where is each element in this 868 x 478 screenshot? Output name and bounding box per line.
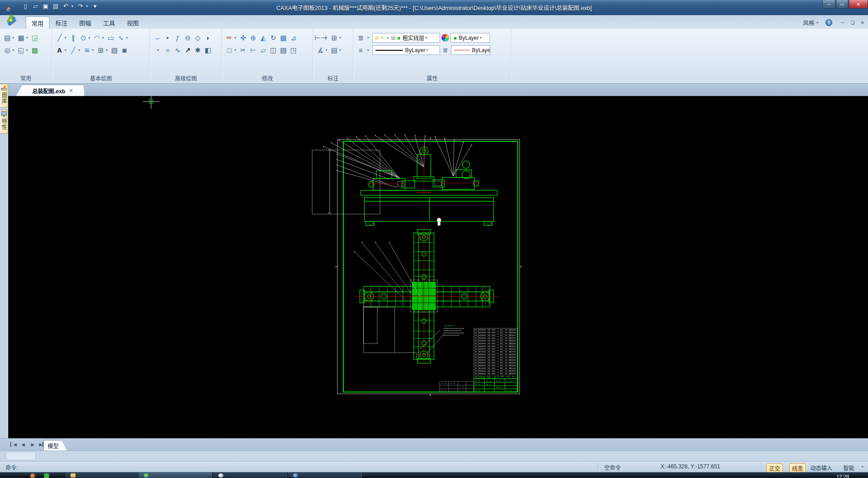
trim-icon[interactable]: ✂ bbox=[238, 45, 248, 55]
copy-icon[interactable]: ▦ bbox=[16, 33, 26, 43]
linetype-select[interactable]: ByLayer ▾ bbox=[372, 45, 440, 55]
dropdown-arrow-icon[interactable]: ▾ bbox=[367, 48, 371, 52]
taskbar-clock[interactable]: 12:28 bbox=[836, 474, 849, 478]
dropdown-arrow-icon[interactable]: ▾ bbox=[26, 36, 30, 40]
doc-close-icon[interactable]: ✕ bbox=[858, 19, 867, 26]
text-icon[interactable]: A bbox=[54, 45, 65, 55]
tab-tufu[interactable]: 图幅 bbox=[73, 16, 97, 29]
dimension-icon[interactable]: ⊢⊣ bbox=[315, 33, 326, 43]
command-history-strip[interactable]: ⋮⋮ bbox=[0, 451, 868, 461]
dropdown-arrow-icon[interactable]: ▾ bbox=[816, 21, 820, 25]
dropdown-arrow-icon[interactable]: ▾ bbox=[326, 36, 329, 40]
dropdown-arrow-icon[interactable]: ▾ bbox=[106, 48, 109, 52]
style-button[interactable]: 风格 bbox=[803, 18, 814, 27]
close-button[interactable]: ✕ bbox=[849, 0, 868, 9]
arrow-icon[interactable]: ↗ bbox=[183, 45, 193, 55]
tab-changyong[interactable]: 常用 bbox=[26, 16, 49, 29]
explode-icon[interactable]: ▧ bbox=[278, 45, 288, 55]
dropdown-arrow-icon[interactable]: ▾ bbox=[339, 48, 343, 52]
dropdown-arrow-icon[interactable]: ▾ bbox=[92, 48, 96, 52]
dropdown-arrow-icon[interactable]: ▾ bbox=[102, 36, 106, 40]
dropdown-arrow-icon[interactable]: ▾ bbox=[326, 48, 329, 52]
ellipse-icon[interactable]: ⊖ bbox=[183, 33, 193, 43]
layer-select[interactable]: ◍ ✶ ▪ ▤ ■ 粗实线层 ▾ bbox=[372, 33, 440, 43]
break-icon[interactable]: ◫ bbox=[268, 45, 278, 55]
doc-restore-icon[interactable]: ❏ bbox=[848, 19, 857, 26]
taskbar-pinned-browser-icon[interactable] bbox=[30, 473, 35, 478]
lineweight-select[interactable]: ByLayer ▾ bbox=[451, 45, 490, 55]
taskbar-button-folder[interactable] bbox=[65, 473, 138, 478]
lineweight-list-icon[interactable]: ≣ bbox=[441, 45, 450, 55]
sidebar-tab-properties[interactable]: 特性 bbox=[0, 110, 8, 134]
toggle-smart-snap[interactable]: 智能 bbox=[842, 463, 855, 472]
taskbar-button-caxa[interactable] bbox=[138, 473, 212, 478]
caxa-logo[interactable] bbox=[3, 12, 19, 28]
dropdown-arrow-icon[interactable]: ▾ bbox=[862, 465, 865, 469]
line-icon[interactable]: ╱ bbox=[54, 33, 65, 43]
color-picker-icon[interactable] bbox=[441, 34, 449, 42]
layer-settings-icon[interactable]: ≣ bbox=[356, 33, 366, 43]
dropdown-arrow-icon[interactable]: ▾ bbox=[65, 48, 68, 52]
tab-biaozhu[interactable]: 标注 bbox=[49, 16, 73, 29]
zoom-icon[interactable]: ◎ bbox=[2, 45, 12, 55]
tangent-arc-icon[interactable]: ◗ bbox=[203, 33, 213, 43]
pan-view-icon[interactable]: ◱ bbox=[16, 45, 26, 55]
tab-shitu[interactable]: 视图 bbox=[121, 16, 145, 29]
close-icon[interactable]: ✕ bbox=[69, 88, 73, 94]
drag-handle-icon[interactable]: ⋮⋮ bbox=[2, 452, 6, 457]
maximize-button[interactable]: ▭ bbox=[836, 0, 848, 9]
taskbar-button-app4[interactable] bbox=[287, 473, 362, 478]
mirror-icon[interactable]: ◭ bbox=[258, 33, 268, 43]
dropdown-arrow-icon[interactable]: ▾ bbox=[12, 36, 16, 40]
delete-icon[interactable]: ✏ bbox=[224, 33, 234, 43]
block-icon[interactable]: ⊞ bbox=[96, 45, 106, 55]
zigzag-line-icon[interactable]: ∿ bbox=[173, 45, 183, 55]
drawing-canvas[interactable] bbox=[8, 96, 868, 438]
dropdown-arrow-icon[interactable]: ▾ bbox=[26, 48, 30, 52]
command-prompt[interactable]: 命令: bbox=[5, 463, 18, 471]
wave-line-icon[interactable]: ≈ bbox=[163, 45, 173, 55]
tab-gongju[interactable]: 工具 bbox=[97, 16, 121, 29]
dropdown-arrow-icon[interactable]: ▾ bbox=[65, 36, 68, 40]
redraw-icon[interactable]: ▩ bbox=[30, 45, 40, 55]
curve-icon[interactable]: ⌣ bbox=[152, 33, 163, 43]
dropdown-arrow-icon[interactable]: ▾ bbox=[12, 48, 16, 52]
offset-icon[interactable]: ≋ bbox=[82, 45, 92, 55]
formula-curve-icon[interactable]: ƒ bbox=[173, 33, 183, 43]
color-select[interactable]: ■ ByLayer ▾ bbox=[450, 33, 490, 43]
coordinate-dimension-icon[interactable]: ⊞ bbox=[329, 33, 339, 43]
edge-icon[interactable]: ◳ bbox=[288, 45, 298, 55]
sidebar-tab-library[interactable]: 图库 bbox=[0, 84, 8, 107]
sheet-tab-model[interactable]: 模型 bbox=[43, 440, 67, 451]
arc-icon[interactable]: ◠ bbox=[92, 33, 102, 43]
dropdown-arrow-icon[interactable]: ▾ bbox=[88, 36, 92, 40]
crop-icon[interactable]: □ bbox=[224, 45, 234, 55]
toggle-dynamic-input[interactable]: 动态输入 bbox=[809, 463, 833, 472]
hole-axis-icon[interactable]: ◔ bbox=[152, 45, 163, 55]
prev-sheet-icon[interactable]: ◀ bbox=[20, 441, 27, 448]
minimize-button[interactable]: ─ bbox=[822, 0, 835, 9]
dropdown-arrow-icon[interactable]: ▾ bbox=[339, 36, 343, 40]
dropdown-arrow-icon[interactable]: ▾ bbox=[78, 48, 82, 52]
hatch-icon[interactable]: ▨ bbox=[109, 45, 119, 55]
angle-dimension-icon[interactable]: ∡ bbox=[315, 45, 326, 55]
move-icon[interactable]: ✜ bbox=[238, 33, 248, 43]
array-icon[interactable]: ▦ bbox=[278, 33, 288, 43]
command-history-box[interactable] bbox=[6, 452, 36, 460]
dropdown-arrow-icon[interactable]: ▾ bbox=[126, 36, 130, 40]
dropdown-arrow-icon[interactable]: ▾ bbox=[234, 36, 238, 40]
rectangle-icon[interactable]: ▭ bbox=[106, 33, 116, 43]
toggle-ortho[interactable]: 正交 bbox=[766, 463, 783, 473]
rotate-icon[interactable]: ↻ bbox=[268, 33, 278, 43]
help-icon[interactable]: ? bbox=[825, 19, 832, 26]
doc-minimize-icon[interactable]: ─ bbox=[838, 19, 847, 26]
image-icon[interactable]: ◙ bbox=[119, 45, 130, 55]
gear-icon[interactable]: ✱ bbox=[193, 45, 203, 55]
toggle-lineweight[interactable]: 线宽 bbox=[789, 463, 806, 473]
taskbar-button-app3[interactable] bbox=[212, 473, 287, 478]
stretch-icon[interactable]: ▱ bbox=[258, 45, 268, 55]
extend-icon[interactable]: ⊢ bbox=[248, 45, 258, 55]
circle-icon[interactable]: ⊙ bbox=[78, 33, 88, 43]
scale-icon[interactable]: ⊿ bbox=[288, 33, 298, 43]
dropdown-arrow-icon[interactable]: ▾ bbox=[367, 36, 371, 40]
